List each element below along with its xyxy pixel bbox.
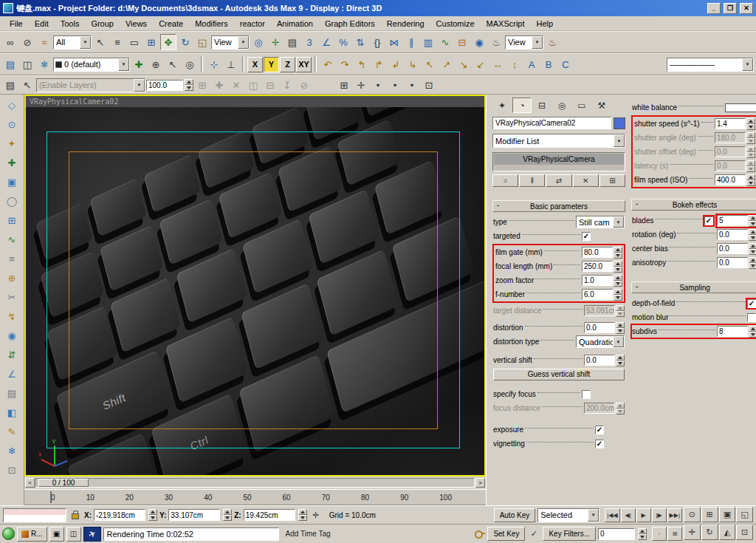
- align-icon[interactable]: ∥: [403, 34, 419, 50]
- object-name-field[interactable]: VRayPhysicalCamera02: [492, 117, 611, 129]
- zoom-all-icon[interactable]: ⊞: [701, 507, 718, 522]
- spinner[interactable]: [616, 305, 625, 317]
- create-new-layer-icon[interactable]: ✚: [131, 56, 147, 72]
- auto-key-button[interactable]: Auto Key: [494, 508, 536, 522]
- subdivs-field[interactable]: 8: [717, 326, 748, 337]
- taskbar-window-1-button[interactable]: ▣: [49, 527, 64, 542]
- focus-distance-field[interactable]: 200.0cm: [584, 403, 615, 414]
- reactor-tool-10-icon[interactable]: ⊕: [3, 270, 21, 287]
- angle-snap-icon[interactable]: ∠: [318, 34, 334, 50]
- extras-dot2-icon[interactable]: •: [387, 77, 403, 93]
- select-anim-layer-icon[interactable]: ↖: [19, 77, 35, 93]
- rotation-deg-field[interactable]: 0.0: [717, 229, 748, 240]
- zoom-factor-field[interactable]: 1.0: [582, 275, 613, 286]
- add-time-tag[interactable]: Add Time Tag: [281, 530, 335, 538]
- go-to-start-button[interactable]: |◀◀: [605, 508, 619, 522]
- delete-anim-layer-icon[interactable]: ✕: [228, 77, 244, 93]
- percent-snap-icon[interactable]: %: [335, 34, 351, 50]
- configure-modifier-sets-icon[interactable]: ⊞: [599, 174, 625, 187]
- menu-reactor[interactable]: reactor: [235, 18, 270, 30]
- menu-edit[interactable]: Edit: [30, 18, 54, 30]
- quick-render-icon[interactable]: ♨: [544, 34, 560, 50]
- taskbar-start-icon[interactable]: [2, 527, 15, 540]
- layer-list-icon[interactable]: ▤: [2, 56, 18, 72]
- reactor-tool-15-icon[interactable]: ∠: [3, 366, 21, 383]
- y-coordinate-field[interactable]: 33.107cm: [168, 509, 220, 521]
- maximize-icon[interactable]: ❐: [724, 3, 737, 14]
- window-titlebar[interactable]: 键盘.max - Project Folder: d:\My Documents…: [0, 0, 756, 16]
- remove-modifier-icon[interactable]: ✕: [573, 174, 599, 187]
- schematic-view-icon[interactable]: ⊟: [454, 34, 470, 50]
- shutter-offset-deg-field[interactable]: 0.0: [715, 146, 746, 157]
- set-key-button[interactable]: Set Key: [487, 527, 525, 541]
- absolute-offset-mode-icon[interactable]: ✛: [309, 508, 323, 522]
- tab-display[interactable]: ▭: [572, 98, 591, 113]
- zoom-icon[interactable]: ⊙: [684, 507, 701, 522]
- key-filters-check-icon[interactable]: ✓: [527, 527, 540, 541]
- bind-to-space-warp-icon[interactable]: ≈: [36, 34, 52, 50]
- viewport-label[interactable]: VRayPhysicalCamera02: [26, 96, 484, 107]
- anim-layer-properties-icon[interactable]: ⊞: [194, 77, 210, 93]
- targeted-checkbox[interactable]: ✓: [582, 232, 591, 241]
- dropdown-arrow-icon[interactable]: ▼: [134, 79, 145, 92]
- target-distance-field[interactable]: 53.091cm: [584, 305, 615, 316]
- z-coordinate-field[interactable]: 19.425cm: [244, 509, 295, 521]
- rollout-basic-parameters[interactable]: - Basic parameters: [492, 200, 625, 212]
- rollout-bokeh-effects[interactable]: - Bokeh effects: [631, 199, 756, 211]
- dropdown-arrow-icon[interactable]: ▼: [614, 134, 625, 147]
- extras-pan-icon[interactable]: ✛: [353, 77, 369, 93]
- reactor-tool-4-icon[interactable]: ✚: [3, 154, 21, 171]
- maxscript-mini-listener[interactable]: [3, 508, 66, 522]
- script-a-button[interactable]: A: [523, 56, 540, 72]
- macro-arrow-3-icon[interactable]: ↰: [354, 56, 370, 72]
- exposure-checkbox[interactable]: ✓: [595, 426, 604, 434]
- disable-anim-layer-icon[interactable]: ⊘: [296, 77, 312, 93]
- script-b-button[interactable]: B: [540, 56, 557, 72]
- extras-dot1-icon[interactable]: •: [370, 77, 386, 93]
- spinner[interactable]: [638, 528, 647, 540]
- zoom-region-icon[interactable]: ◱: [736, 507, 753, 522]
- reactor-tool-3-icon[interactable]: ✦: [3, 135, 21, 152]
- time-forward-icon[interactable]: >: [475, 478, 485, 488]
- spinner[interactable]: [746, 174, 755, 186]
- reactor-tool-5-icon[interactable]: ▣: [3, 174, 21, 191]
- menu-group[interactable]: Group: [86, 18, 119, 30]
- field-of-view-icon[interactable]: ◭: [719, 525, 736, 540]
- dropdown-arrow-icon[interactable]: ▼: [613, 336, 624, 347]
- macro-arrow-10-icon[interactable]: ↙: [472, 56, 489, 72]
- dropdown-arrow-icon[interactable]: ▼: [532, 36, 543, 49]
- spinner[interactable]: [298, 509, 307, 521]
- macro-arrow-1-icon[interactable]: ↶: [320, 56, 336, 72]
- menu-modifiers[interactable]: Modifiers: [190, 18, 233, 30]
- transform-gizmo-icon[interactable]: ⊹: [206, 56, 222, 72]
- rollout-sampling[interactable]: - Sampling: [631, 281, 756, 293]
- reactor-tool-2-icon[interactable]: ⊙: [3, 116, 21, 133]
- axis-x-button[interactable]: X: [247, 57, 263, 72]
- vertical-shift-field[interactable]: 0.0: [584, 355, 615, 366]
- spinner[interactable]: [749, 326, 756, 338]
- select-and-rotate-icon[interactable]: ↻: [177, 34, 193, 50]
- macro-arrow-4-icon[interactable]: ↱: [371, 56, 387, 72]
- select-and-link-icon[interactable]: ∞: [2, 34, 18, 50]
- spinner[interactable]: [614, 275, 622, 287]
- object-color-swatch[interactable]: [614, 117, 625, 129]
- distortion-type-dropdown[interactable]: Quadratic▼: [576, 335, 625, 348]
- spinner[interactable]: [746, 118, 755, 130]
- stack-item-vrayphysicalcamera[interactable]: VRayPhysicalCamera: [494, 154, 624, 165]
- spinner[interactable]: [746, 160, 755, 172]
- macro-arrow-2-icon[interactable]: ↷: [337, 56, 353, 72]
- paste-anim-layer-icon[interactable]: ⊟: [262, 77, 278, 93]
- macro-arrow-7-icon[interactable]: ↖: [422, 56, 438, 72]
- menu-graph-editors[interactable]: Graph Editors: [320, 18, 380, 30]
- reactor-tool-19-icon[interactable]: ❄: [3, 443, 21, 460]
- reactor-tool-13-icon[interactable]: ◉: [3, 327, 21, 344]
- reactor-tool-8-icon[interactable]: ∿: [3, 231, 21, 248]
- latency-s-field[interactable]: 0.0: [715, 160, 746, 171]
- menu-tools[interactable]: Tools: [55, 18, 85, 30]
- reactor-tool-7-icon[interactable]: ⊞: [3, 212, 21, 229]
- curve-editor-icon[interactable]: ∿: [437, 34, 453, 50]
- copy-anim-layer-icon[interactable]: ◫: [245, 77, 261, 93]
- show-end-result-icon[interactable]: ‖: [519, 174, 545, 187]
- time-slider[interactable]: < 0 / 100 >: [24, 477, 486, 489]
- spinner[interactable]: [746, 146, 755, 158]
